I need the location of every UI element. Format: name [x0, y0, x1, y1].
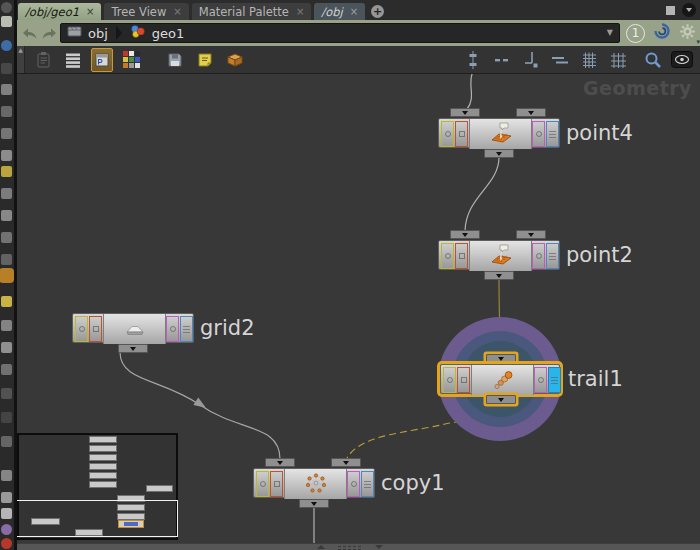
- overview-view-rect[interactable]: [14, 500, 178, 537]
- node-point4[interactable]: point4: [438, 118, 560, 148]
- path-segment-geo1[interactable]: geo1: [152, 26, 184, 41]
- node-label[interactable]: trail1: [568, 364, 623, 394]
- lock-flag[interactable]: [455, 243, 468, 269]
- node-label[interactable]: point4: [566, 118, 633, 148]
- input-connector[interactable]: [450, 108, 480, 117]
- display-flag[interactable]: [546, 121, 559, 147]
- node-label[interactable]: point2: [566, 240, 633, 270]
- paste-icon[interactable]: [31, 48, 55, 72]
- palette-icon[interactable]: [119, 48, 143, 72]
- shelf-icon[interactable]: [1, 84, 12, 95]
- output-connector[interactable]: [299, 499, 329, 508]
- sticky-note-icon[interactable]: [193, 48, 217, 72]
- node-trail1[interactable]: trail1: [440, 364, 560, 394]
- shelf-icon[interactable]: [1, 320, 12, 331]
- gear-icon[interactable]: ▾: [679, 23, 696, 44]
- display-flag[interactable]: [180, 316, 193, 342]
- shelf-icon[interactable]: [1, 232, 12, 243]
- shelf-icon[interactable]: [1, 63, 12, 74]
- grid-display-icon[interactable]: [606, 48, 630, 72]
- snap-corner-icon[interactable]: [519, 48, 543, 72]
- splitter-grip[interactable]: [317, 544, 383, 550]
- shelf-icon[interactable]: [1, 492, 12, 503]
- input-connector[interactable]: [265, 458, 295, 467]
- input-connector[interactable]: [516, 108, 546, 117]
- close-icon[interactable]: ×: [86, 7, 94, 17]
- forward-icon[interactable]: [41, 26, 58, 41]
- shelf-icon[interactable]: [1, 150, 12, 161]
- template-flag[interactable]: [534, 367, 547, 393]
- shelf-icon[interactable]: [1, 538, 12, 549]
- display-flag[interactable]: [548, 367, 561, 393]
- toolbar-scroll-up[interactable]: ▲: [17, 46, 25, 73]
- template-flag[interactable]: [166, 316, 179, 342]
- input-connector[interactable]: [331, 458, 361, 467]
- node-trail1-body[interactable]: [440, 364, 560, 394]
- visibility-icon[interactable]: [670, 48, 694, 72]
- node-grid2-body[interactable]: [72, 313, 194, 343]
- node-point2[interactable]: point2: [438, 240, 560, 270]
- distribute-vertical-icon[interactable]: [461, 48, 485, 72]
- lock-flag[interactable]: [270, 471, 283, 497]
- output-connector[interactable]: [486, 395, 516, 404]
- node-point2-body[interactable]: [438, 240, 560, 270]
- shelf-icon[interactable]: [1, 412, 12, 423]
- network-path-field[interactable]: obj geo1 ▼: [60, 23, 620, 43]
- input-connector[interactable]: [486, 354, 516, 363]
- shelf-icon[interactable]: [1, 436, 12, 447]
- dots-icon[interactable]: [490, 48, 514, 72]
- shelf-icon[interactable]: [1, 470, 12, 481]
- node-label[interactable]: grid2: [200, 313, 255, 343]
- zoom-icon[interactable]: [641, 48, 665, 72]
- node-grid2[interactable]: grid2: [72, 313, 194, 343]
- path-dropdown-icon[interactable]: ▼: [607, 28, 613, 37]
- shelf-icon[interactable]: [1, 342, 12, 353]
- list-icon[interactable]: [61, 48, 85, 72]
- tab-material-palette[interactable]: Material Palette ×: [192, 3, 312, 20]
- node-label[interactable]: copy1: [381, 468, 445, 498]
- bypass-flag[interactable]: [443, 367, 456, 393]
- tab-obj-geo1[interactable]: /obj/geo1 ×: [18, 3, 101, 20]
- display-flag[interactable]: [361, 471, 374, 497]
- bypass-flag[interactable]: [441, 243, 454, 269]
- shelf-icon[interactable]: [1, 188, 12, 199]
- shelf-icon[interactable]: [1, 524, 12, 535]
- shelf-icon[interactable]: [1, 254, 12, 265]
- pane-divider[interactable]: [14, 0, 17, 550]
- node-copy1-body[interactable]: [253, 468, 375, 498]
- close-icon[interactable]: ×: [350, 7, 358, 17]
- wire-into-point4[interactable]: [467, 74, 472, 109]
- close-icon[interactable]: ×: [296, 7, 304, 17]
- output-connector[interactable]: [118, 344, 148, 353]
- shelf-icon[interactable]: [1, 2, 12, 13]
- display-flag[interactable]: [546, 243, 559, 269]
- shelf-icon[interactable]: [1, 210, 12, 221]
- bottom-splitter[interactable]: [17, 543, 700, 550]
- lock-flag[interactable]: [457, 367, 470, 393]
- path-segment-obj[interactable]: obj: [88, 26, 108, 41]
- shelf-icon[interactable]: [1, 166, 12, 177]
- lock-flag[interactable]: [455, 121, 468, 147]
- lock-flag[interactable]: [89, 316, 102, 342]
- bypass-flag[interactable]: [256, 471, 269, 497]
- tab-tree-view[interactable]: Tree View ×: [104, 3, 188, 20]
- shelf-icon[interactable]: [1, 364, 12, 375]
- shelf-icon[interactable]: [1, 40, 12, 51]
- display-options-icon[interactable]: [91, 48, 113, 72]
- shelf-icon[interactable]: [1, 296, 12, 307]
- output-connector[interactable]: [484, 149, 514, 158]
- bypass-flag[interactable]: [75, 316, 88, 342]
- shelf-icon[interactable]: [1, 16, 12, 27]
- shelf-icon[interactable]: [1, 128, 12, 139]
- template-flag[interactable]: [532, 243, 545, 269]
- shelf-icon[interactable]: [1, 388, 12, 399]
- wire-point4-point2[interactable]: [465, 157, 499, 231]
- add-tab-button[interactable]: +: [371, 5, 384, 18]
- node-copy1[interactable]: copy1: [253, 468, 375, 498]
- pin-swirl-icon[interactable]: [653, 22, 671, 44]
- shelf-icon[interactable]: [1, 508, 12, 519]
- shelf-icon[interactable]: [1, 270, 12, 281]
- template-flag[interactable]: [532, 121, 545, 147]
- output-connector[interactable]: [484, 271, 514, 280]
- link-number-badge[interactable]: 1: [626, 24, 645, 43]
